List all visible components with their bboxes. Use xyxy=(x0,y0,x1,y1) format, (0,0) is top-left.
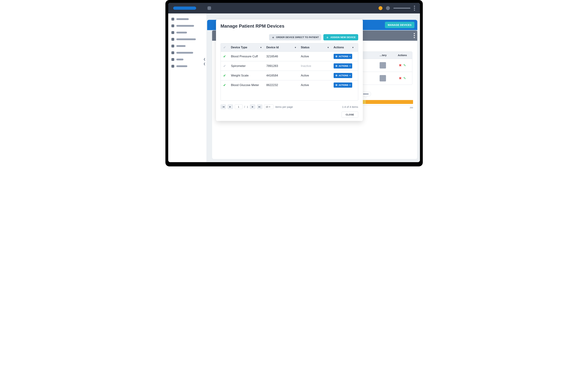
page-first-button[interactable]: |◀ xyxy=(221,104,226,109)
device-row: ✔ Blood Glucose Meter 8622232 Active ⚙AC… xyxy=(221,80,358,90)
pager: |◀ ▶ / 1 ▶ ▶| 10▾ items per page 1-4 of … xyxy=(221,104,358,109)
close-button[interactable]: CLOSE xyxy=(342,112,358,118)
page-total: 1 xyxy=(247,105,248,108)
chevron-down-icon[interactable]: ▾ xyxy=(328,46,329,49)
bg-col-battery: …tery xyxy=(377,52,393,59)
page-sep: / xyxy=(244,105,245,108)
modal-title: Manage Patient RPM Devices xyxy=(221,23,358,29)
panel-kebab-icon[interactable] xyxy=(414,33,415,38)
device-row: ✔ Blood Pressure Cuff 3216546 Active ⚙AC… xyxy=(221,51,358,61)
chevron-down-icon: ▾ xyxy=(350,84,350,86)
gear-icon: ⚙ xyxy=(336,84,337,86)
check-icon: ✔ xyxy=(223,64,226,68)
chevron-down-icon: ▾ xyxy=(350,65,350,67)
topbar xyxy=(168,3,420,13)
manage-devices-modal: Manage Patient RPM Devices ＋ ORDER DEVIC… xyxy=(216,20,363,121)
row-actions-button[interactable]: ⚙ACTIONS▾ xyxy=(334,73,352,78)
select-all-check-icon[interactable]: ✔ xyxy=(223,46,226,49)
topbar-square-icon[interactable] xyxy=(208,6,211,10)
gear-icon: ⚙ xyxy=(336,65,337,67)
col-status[interactable]: Status xyxy=(301,46,310,49)
devices-table: ✔ Device Type▾ Device Id▾ Status▾ Action… xyxy=(221,43,358,101)
axis-max: 200 xyxy=(410,107,413,109)
sidebar-collapse-icon[interactable]: ❮ xyxy=(203,58,206,61)
chevron-down-icon[interactable]: ▾ xyxy=(352,46,354,49)
edit-icon[interactable]: ✎ xyxy=(403,76,406,80)
edit-icon[interactable]: ✎ xyxy=(403,63,406,67)
topbar-slider[interactable] xyxy=(393,8,410,8)
row-actions-button[interactable]: ⚙ACTIONS▾ xyxy=(334,54,352,59)
sidebar-item-6[interactable] xyxy=(171,58,203,61)
page-last-button[interactable]: ▶| xyxy=(257,104,262,109)
sidebar-item-3[interactable] xyxy=(171,38,203,41)
sidebar-item-1[interactable] xyxy=(171,24,203,27)
sidebar-collapse-icon-2[interactable]: ❮ xyxy=(203,62,206,65)
sidebar-item-7[interactable] xyxy=(171,65,203,68)
delete-icon[interactable]: ✖ xyxy=(399,76,401,80)
gear-icon: ⚙ xyxy=(336,55,337,58)
chevron-down-icon: ▾ xyxy=(350,55,350,57)
avatar-dot-icon[interactable] xyxy=(386,6,390,10)
device-row: ✔ Spirometer 7891283 Inactive ⚙ACTIONS▾ xyxy=(221,61,358,71)
col-device-type[interactable]: Device Type xyxy=(231,46,247,49)
bg-col-actions: Actions xyxy=(393,52,412,59)
delete-icon[interactable]: ✖ xyxy=(399,63,401,67)
per-page-select[interactable]: 10▾ xyxy=(264,104,273,109)
col-device-id[interactable]: Device Id xyxy=(266,46,279,49)
page-input[interactable] xyxy=(235,104,243,109)
brand-logo xyxy=(173,6,196,10)
col-actions: Actions xyxy=(334,46,344,49)
device-row: ✔ Weight Scale 4416584 Active ⚙ACTIONS▾ xyxy=(221,71,358,80)
page-prev-button[interactable]: ▶ xyxy=(228,104,233,109)
chevron-down-icon: ▾ xyxy=(350,74,350,76)
order-device-button[interactable]: ＋ ORDER DEVICE DIRECT TO PATIENT xyxy=(269,34,321,40)
sidebar-item-0[interactable] xyxy=(171,18,203,21)
sidebar: ❮ ❮ xyxy=(168,13,207,162)
manage-devices-button[interactable]: MANAGE DEVICES xyxy=(385,22,415,28)
row-actions-button[interactable]: ⚙ACTIONS▾ xyxy=(334,63,352,68)
notification-dot-orange-icon[interactable] xyxy=(378,6,382,10)
sidebar-item-5[interactable] xyxy=(171,51,203,54)
row-actions-button[interactable]: ⚙ACTIONS▾ xyxy=(334,83,352,88)
assign-device-button[interactable]: ＋ ASSIGN NEW DEVICE xyxy=(323,34,358,40)
check-icon: ✔ xyxy=(223,83,226,87)
per-page-label: items per page xyxy=(275,105,293,108)
chevron-down-icon[interactable]: ▾ xyxy=(295,46,296,49)
check-icon: ✔ xyxy=(223,55,226,58)
check-icon: ✔ xyxy=(223,74,226,78)
pager-summary: 1-4 of 4 items xyxy=(342,105,358,108)
sidebar-item-2[interactable] xyxy=(171,31,203,34)
page-next-button[interactable]: ▶ xyxy=(250,104,255,109)
chevron-down-icon[interactable]: ▾ xyxy=(260,46,261,49)
sidebar-item-4[interactable] xyxy=(171,45,203,47)
gear-icon: ⚙ xyxy=(336,74,337,77)
kebab-menu-icon[interactable] xyxy=(414,6,415,11)
